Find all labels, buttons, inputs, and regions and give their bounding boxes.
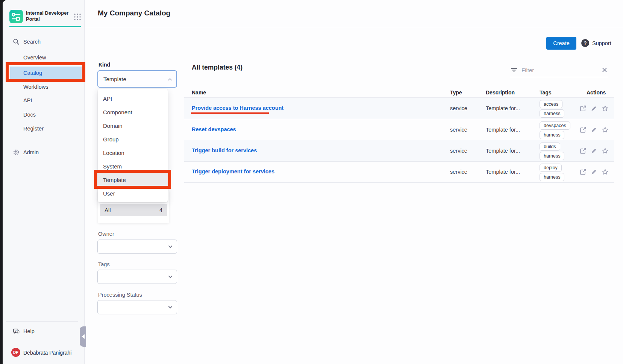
tag-chip: builds: [540, 143, 560, 151]
user-name[interactable]: Debabrata Panigrahi: [23, 350, 71, 356]
open-in-new-icon[interactable]: [580, 105, 587, 112]
open-in-new-icon[interactable]: [580, 126, 587, 133]
sidebar-item-label: API: [23, 97, 32, 103]
sidebar-item-overview[interactable]: Overview: [0, 52, 82, 63]
star-icon[interactable]: [602, 105, 609, 112]
tag-chip: access: [540, 100, 562, 108]
star-icon[interactable]: [602, 168, 609, 176]
kind-option-template[interactable]: Template: [98, 173, 168, 187]
table-row: Reset devspaces service Template for... …: [184, 119, 614, 141]
user-avatar[interactable]: DP: [11, 348, 20, 357]
kind-count-label: All: [105, 207, 111, 213]
star-icon[interactable]: [602, 147, 609, 155]
help-chat-icon: ?: [13, 328, 20, 335]
star-icon[interactable]: [602, 126, 609, 133]
collapse-arrow-icon: [82, 334, 85, 339]
column-header-type: Type: [450, 89, 462, 96]
edit-pencil-icon[interactable]: [591, 168, 597, 175]
template-type: service: [450, 105, 467, 111]
processing-status-select[interactable]: [97, 300, 177, 314]
sidebar-item-label: Admin: [23, 149, 39, 155]
chevron-up-icon: [167, 77, 173, 82]
chevron-down-icon: [168, 244, 173, 249]
column-header-tags: Tags: [540, 89, 552, 96]
clear-filter-icon[interactable]: [601, 67, 608, 73]
support-label[interactable]: Support: [592, 40, 611, 46]
template-description: Template for...: [486, 169, 520, 175]
owner-select[interactable]: [97, 240, 177, 254]
kind-option-domain[interactable]: Domain: [98, 119, 168, 132]
kind-select[interactable]: Template: [97, 70, 177, 88]
template-tags: deploy harness: [540, 164, 564, 181]
open-in-new-icon[interactable]: [580, 147, 587, 154]
template-name-link[interactable]: Provide access to Harness account: [192, 105, 283, 111]
row-actions: [580, 147, 609, 155]
template-name-link[interactable]: Trigger build for services: [192, 147, 257, 153]
kind-option-component[interactable]: Component: [98, 105, 168, 119]
search-icon: [13, 38, 20, 45]
template-tags: builds harness: [540, 143, 564, 160]
filter-icon: [510, 66, 518, 74]
sidebar-item-label: Workflows: [23, 84, 49, 90]
row-actions: [580, 168, 609, 176]
template-name-link[interactable]: Trigger deployment for services: [192, 168, 274, 174]
sidebar-item-workflows[interactable]: Workflows: [0, 81, 82, 93]
template-type: service: [450, 148, 467, 154]
kind-dropdown-menu: API Component Domain Group Location Syst…: [98, 89, 168, 202]
table-row: Trigger build for services service Templ…: [184, 140, 614, 162]
table-filter-input[interactable]: [521, 67, 593, 73]
create-button[interactable]: Create: [546, 37, 576, 50]
kind-filter-label: Kind: [99, 62, 110, 68]
sidebar-item-catalog[interactable]: Catalog: [10, 67, 82, 79]
table-title: All templates (4): [192, 64, 243, 71]
tag-chip: harness: [540, 173, 564, 181]
chevron-down-icon: [168, 305, 173, 310]
brand-title: Internal Developer Portal: [26, 10, 71, 22]
tag-chip: deploy: [540, 164, 562, 172]
kind-option-user[interactable]: User: [98, 187, 168, 200]
template-description: Template for...: [486, 105, 520, 111]
sidebar-item-label: Register: [23, 126, 44, 132]
kind-option-system[interactable]: System: [98, 159, 168, 173]
page-title: My Company Catalog: [98, 9, 170, 17]
sidebar-divider: [6, 322, 78, 322]
column-header-description: Description: [486, 89, 515, 96]
template-tags: access harness: [540, 100, 564, 118]
svg-text:?: ?: [15, 329, 16, 332]
sidebar-item-docs[interactable]: Docs: [0, 109, 82, 120]
sidebar-item-register[interactable]: Register: [0, 123, 82, 134]
table-row: Trigger deployment for services service …: [184, 161, 614, 183]
template-type: service: [450, 169, 467, 175]
support-help-icon[interactable]: ?: [581, 39, 589, 47]
tags-select[interactable]: [97, 270, 177, 284]
template-name-link[interactable]: Reset devspaces: [192, 126, 236, 132]
idp-logo-icon: [9, 10, 23, 23]
gear-icon: [13, 149, 20, 156]
sidebar-item-label: Docs: [23, 112, 36, 118]
tag-chip: harness: [540, 131, 564, 139]
sidebar-collapse-handle[interactable]: [80, 326, 86, 347]
edit-pencil-icon[interactable]: [591, 126, 597, 133]
sidebar-item-help[interactable]: ? Help: [0, 326, 82, 337]
template-tags: devspaces harness: [540, 121, 570, 139]
template-description: Template for...: [486, 127, 520, 133]
tag-chip: devspaces: [540, 121, 570, 130]
kind-option-api[interactable]: API: [98, 92, 168, 105]
sidebar-item-label: Overview: [23, 55, 46, 61]
kind-count-row-all[interactable]: All 4: [100, 204, 167, 216]
sidebar-item-admin[interactable]: Admin: [0, 147, 82, 158]
sidebar-item-label: Help: [23, 328, 35, 334]
owner-filter-label: Owner: [98, 231, 114, 237]
column-header-name: Name: [192, 89, 206, 96]
kind-option-group[interactable]: Group: [98, 132, 168, 146]
edit-pencil-icon[interactable]: [591, 105, 597, 112]
kind-option-location[interactable]: Location: [98, 146, 168, 159]
sidebar-item-api[interactable]: API: [0, 95, 82, 106]
edit-pencil-icon[interactable]: [591, 147, 597, 154]
apps-grid-icon[interactable]: [73, 13, 82, 21]
kind-count-value: 4: [159, 207, 162, 213]
row-actions: [580, 105, 609, 112]
open-in-new-icon[interactable]: [580, 168, 587, 175]
processing-status-filter-label: Processing Status: [98, 292, 142, 298]
sidebar-item-search[interactable]: Search: [0, 36, 82, 47]
